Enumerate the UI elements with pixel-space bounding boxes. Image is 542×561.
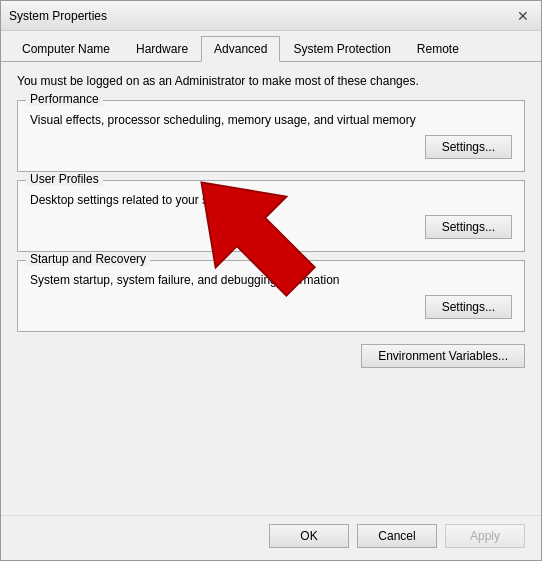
system-properties-window: System Properties ✕ Computer Name Hardwa… <box>0 0 542 561</box>
tab-hardware[interactable]: Hardware <box>123 36 201 62</box>
performance-settings-button[interactable]: Settings... <box>425 135 512 159</box>
tab-system-protection[interactable]: System Protection <box>280 36 403 62</box>
window-title: System Properties <box>9 9 107 23</box>
tab-computer-name[interactable]: Computer Name <box>9 36 123 62</box>
tab-advanced[interactable]: Advanced <box>201 36 280 62</box>
performance-group: Performance Visual effects, processor sc… <box>17 100 525 172</box>
title-bar: System Properties ✕ <box>1 1 541 31</box>
tab-bar: Computer Name Hardware Advanced System P… <box>1 31 541 62</box>
user-profiles-settings-button[interactable]: Settings... <box>425 215 512 239</box>
env-variables-row: Environment Variables... <box>17 344 525 368</box>
user-profiles-btn-row: Settings... <box>30 215 512 239</box>
user-profiles-desc: Desktop settings related to your sign <box>30 193 512 207</box>
startup-recovery-settings-button[interactable]: Settings... <box>425 295 512 319</box>
performance-btn-row: Settings... <box>30 135 512 159</box>
tab-content: You must be logged on as an Administrato… <box>1 62 541 515</box>
startup-recovery-btn-row: Settings... <box>30 295 512 319</box>
startup-recovery-label: Startup and Recovery <box>26 252 150 266</box>
user-profiles-group: User Profiles Desktop settings related t… <box>17 180 525 252</box>
environment-variables-button[interactable]: Environment Variables... <box>361 344 525 368</box>
startup-recovery-group: Startup and Recovery System startup, sys… <box>17 260 525 332</box>
performance-desc: Visual effects, processor scheduling, me… <box>30 113 512 127</box>
bottom-bar: OK Cancel Apply <box>1 515 541 560</box>
cancel-button[interactable]: Cancel <box>357 524 437 548</box>
user-profiles-label: User Profiles <box>26 172 103 186</box>
startup-recovery-desc: System startup, system failure, and debu… <box>30 273 512 287</box>
ok-button[interactable]: OK <box>269 524 349 548</box>
close-button[interactable]: ✕ <box>513 6 533 26</box>
tab-remote[interactable]: Remote <box>404 36 472 62</box>
apply-button[interactable]: Apply <box>445 524 525 548</box>
admin-info-text: You must be logged on as an Administrato… <box>17 74 525 88</box>
performance-label: Performance <box>26 92 103 106</box>
